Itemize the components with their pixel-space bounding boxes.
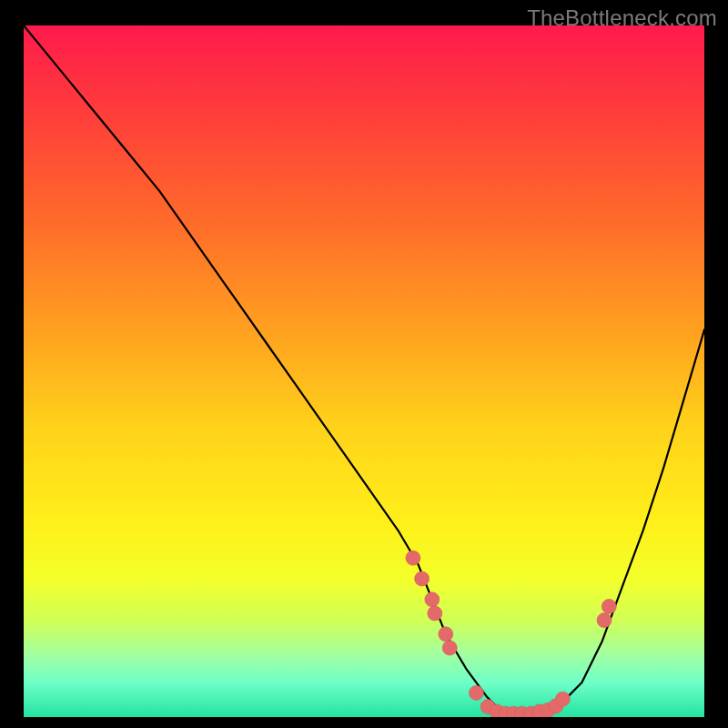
data-dot <box>415 571 430 586</box>
data-dot <box>602 599 616 613</box>
data-dot <box>442 641 457 655</box>
chart-container: TheBottleneck.com <box>0 0 728 728</box>
data-dot <box>406 551 420 565</box>
data-dot <box>469 685 483 700</box>
data-dot <box>439 627 453 642</box>
data-dot <box>425 592 440 607</box>
plot-area <box>24 25 704 717</box>
data-dots <box>406 551 616 717</box>
data-dot <box>597 613 612 628</box>
data-dot <box>428 606 442 621</box>
chart-svg <box>24 25 704 717</box>
data-dot <box>555 692 570 706</box>
